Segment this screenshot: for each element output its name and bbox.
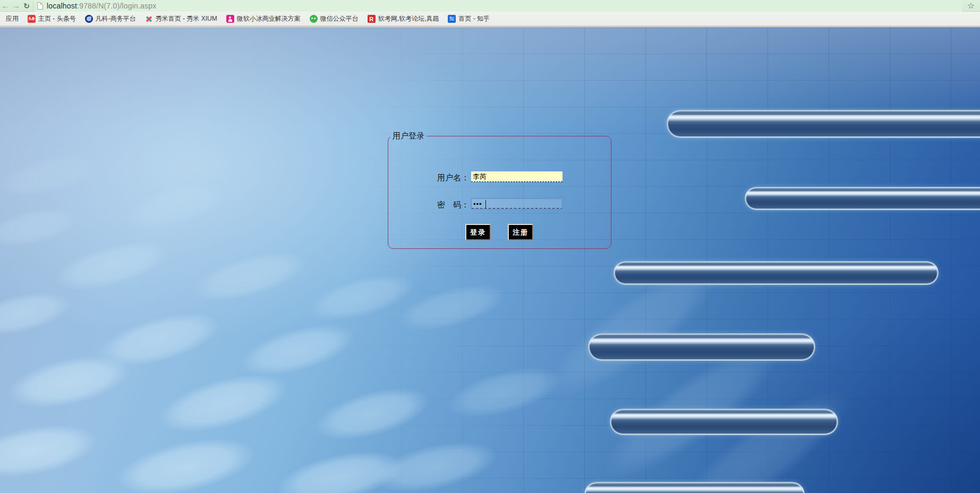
- page-document-icon: [37, 2, 43, 10]
- bookmark-xiaoice[interactable]: 微软小冰商业解决方案: [226, 14, 301, 23]
- bg-pill: [588, 333, 815, 361]
- bookmark-wechat[interactable]: 微信公众平台: [310, 14, 359, 23]
- reload-icon[interactable]: ↻: [21, 1, 32, 11]
- url-path: :9788/N(7.0)/login.aspx: [77, 2, 156, 10]
- username-input[interactable]: [471, 171, 563, 182]
- bg-pill: [610, 409, 838, 435]
- browser-toolbar: ← → ↻ localhost:9788/N(7.0)/login.aspx ☆: [0, 0, 980, 12]
- apps-label: 应用: [6, 14, 19, 23]
- bg-pill: [613, 261, 939, 285]
- bookmark-ruankao[interactable]: R 软考网,软考论坛,真题: [368, 14, 439, 23]
- apps-shortcut[interactable]: 应用: [1, 14, 19, 23]
- login-fieldset: 用户登录 用户名： 密 码： 登录 注册: [388, 131, 611, 249]
- back-icon[interactable]: ←: [0, 1, 11, 11]
- bookmark-toutiao[interactable]: 头条 主页 - 头条号: [28, 14, 76, 23]
- bookmark-label: 微软小冰商业解决方案: [237, 14, 301, 23]
- url-host: localhost: [47, 2, 77, 10]
- fanke-icon: [85, 15, 93, 23]
- url-text[interactable]: localhost:9788/N(7.0)/login.aspx: [47, 2, 156, 10]
- bookmark-label: 首页 - 知乎: [458, 14, 490, 23]
- bg-pill: [745, 187, 980, 210]
- login-legend: 用户登录: [390, 131, 427, 141]
- bookmark-label: 凡科-商务平台: [96, 14, 136, 23]
- bg-pill: [667, 110, 980, 138]
- bookmark-label: 秀米首页 - 秀米 XIUM: [156, 14, 217, 23]
- ruankao-r-icon: R: [368, 15, 376, 23]
- bg-pill: [584, 482, 805, 493]
- forward-icon[interactable]: →: [11, 1, 21, 11]
- xiaoice-icon: [226, 15, 234, 23]
- toutiao-icon: 头条: [28, 15, 36, 23]
- bookmark-label: 主页 - 头条号: [38, 14, 76, 23]
- bookmark-label: 微信公众平台: [320, 14, 359, 23]
- zhihu-icon: 知: [448, 15, 456, 23]
- username-label: 用户名：: [410, 173, 469, 183]
- bookmark-xiumi[interactable]: 秀米首页 - 秀米 XIUM: [145, 14, 217, 23]
- bookmark-fanke[interactable]: 凡科-商务平台: [85, 14, 136, 23]
- register-button[interactable]: 注册: [508, 224, 533, 240]
- wechat-icon: [310, 15, 318, 23]
- xiumi-x-icon: [145, 15, 153, 23]
- login-button[interactable]: 登录: [465, 224, 491, 240]
- addressbar-separator: [33, 1, 33, 11]
- bookmark-zhihu[interactable]: 知 首页 - 知乎: [448, 14, 490, 23]
- address-bar[interactable]: localhost:9788/N(7.0)/login.aspx: [36, 0, 962, 12]
- bookmarks-bar: 应用 头条 主页 - 头条号 凡科-商务平台 秀米首页 - 秀米 XIUM 微软…: [0, 12, 980, 27]
- bookmark-label: 软考网,软考论坛,真题: [378, 14, 439, 23]
- bookmark-star-icon[interactable]: ☆: [962, 1, 980, 11]
- password-label: 密 码：: [410, 200, 469, 210]
- login-page-background: 用户登录 用户名： 密 码： 登录 注册: [0, 27, 980, 493]
- apps-grid-icon: [1, 15, 3, 23]
- text-caret: [485, 200, 486, 208]
- password-input[interactable]: [471, 198, 563, 209]
